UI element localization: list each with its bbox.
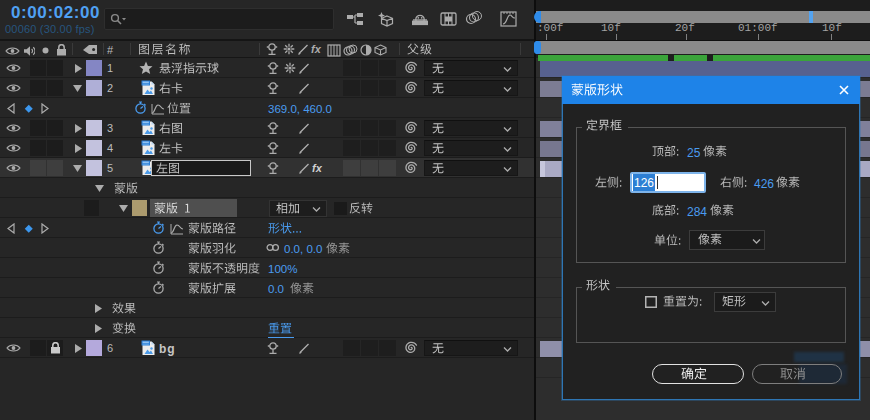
svg-text:fx: fx <box>312 162 323 174</box>
svg-text:fx: fx <box>311 43 322 55</box>
